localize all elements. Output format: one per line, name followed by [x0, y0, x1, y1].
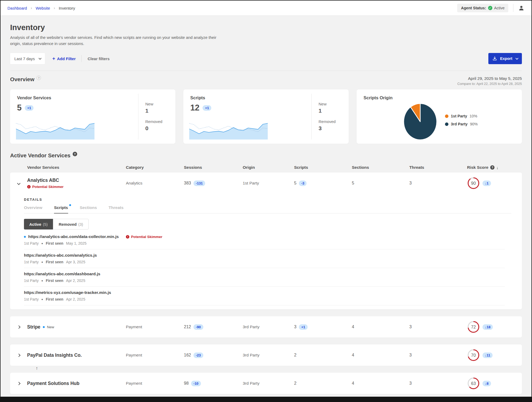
- user-icon[interactable]: [518, 5, 525, 11]
- column-header-origin[interactable]: Origin: [243, 165, 294, 170]
- threats-cell: 3: [409, 381, 467, 386]
- chevron-right-icon[interactable]: [17, 354, 20, 357]
- agent-status-label: Agent Status:: [461, 6, 486, 10]
- sessions-cell: 162-23: [184, 352, 243, 358]
- script-url-line: https://analytics-abc.com/analytics.js: [24, 253, 505, 258]
- agent-status-badge: Agent Status: ✓ Active: [457, 4, 508, 12]
- bullet-icon: ●: [41, 242, 43, 245]
- removed-toggle-count: (3): [78, 222, 83, 227]
- chevron-right-icon[interactable]: [17, 382, 20, 385]
- column-header-risk-score[interactable]: Risk Score?↓: [467, 165, 522, 170]
- category-cell: Payment: [126, 353, 184, 358]
- sessions-cell: 98-10: [184, 381, 243, 386]
- compare-range: April 22, 2025 to April 28, 2025: [476, 82, 522, 86]
- script-url-line: https://analytics-abc.com/data-collector…: [24, 234, 505, 239]
- risk-score-gauge: 90: [467, 177, 480, 190]
- first-seen-date: Apr 2, 2025: [66, 278, 85, 283]
- risk-delta-badge: ↓8: [482, 381, 491, 386]
- script-url: https://analytics-abc.com/analytics.js: [24, 253, 97, 258]
- column-header-sections[interactable]: Sections: [352, 165, 409, 170]
- expand-cell: [10, 326, 27, 328]
- period-compare: Compare to: April 22, 2025 to April 28, …: [457, 82, 522, 86]
- vendor-row-card: StripeNewPayment212-903rd Party3+14372↓1…: [10, 316, 522, 338]
- sections-cell: 4: [352, 325, 409, 329]
- page-description: Analysis of all of the website's vendor …: [10, 35, 218, 47]
- breadcrumb: Dashboard › Website › Inventory: [7, 6, 75, 10]
- vendor-row-payment-solutions-hub[interactable]: Payment Solutions HubPayment98-103rd Par…: [10, 373, 522, 394]
- breadcrumb-dashboard[interactable]: Dashboard: [7, 6, 27, 10]
- breadcrumb-website[interactable]: Website: [36, 6, 50, 10]
- card-title: Scripts: [190, 95, 311, 100]
- sessions-cell: 212-90: [184, 324, 243, 330]
- help-icon[interactable]: ?: [36, 76, 41, 80]
- script-list-item[interactable]: https://metrics-xyz.com/usage-tracker.mi…: [24, 287, 505, 305]
- threats-cell: 3: [409, 353, 467, 358]
- details-heading: DETAILS: [24, 198, 511, 202]
- tab-threats[interactable]: Threats: [109, 205, 123, 213]
- first-seen-label: First seen: [46, 241, 63, 245]
- script-list-item[interactable]: https://analytics-abc.com/data-collector…: [24, 233, 505, 249]
- notification-dot-icon: [69, 204, 71, 206]
- script-meta: 1st Party●First seenApr 2, 2025: [24, 278, 505, 283]
- chevron-down-icon[interactable]: [17, 182, 20, 185]
- expand-cell: [10, 182, 27, 184]
- export-button[interactable]: Export: [488, 53, 522, 64]
- help-icon[interactable]: ?: [73, 152, 77, 156]
- add-filter-button[interactable]: + Add Filter: [52, 56, 76, 61]
- scripts-card-main: Scripts 12 +1: [183, 89, 311, 144]
- scripts-side: New 1 Removed 3: [311, 94, 349, 140]
- script-list-item[interactable]: https://analytics-abc.com/analytics.js1s…: [24, 249, 505, 268]
- legend-label: 1st Party: [451, 114, 467, 118]
- column-header-label: Origin: [243, 165, 255, 170]
- column-header-vendor-services[interactable]: Vendor Services: [27, 165, 126, 170]
- vendor-services-card: Vendor Services 5 +1 New 1 Removed 0: [10, 89, 175, 144]
- bottom-bar: [1, 397, 531, 401]
- period-range: April 29, 2025 to May 5, 2025: [457, 76, 522, 81]
- risk-score-cell: 72↓18: [467, 321, 522, 333]
- scripts-value: 5: [294, 181, 296, 186]
- help-icon[interactable]: ?: [490, 165, 494, 170]
- vendor-row-stripe[interactable]: StripeNewPayment212-903rd Party3+14372↓1…: [10, 316, 522, 338]
- status-toggle: Active(5)Removed(3): [24, 219, 511, 229]
- vendor-row-analytics-abc[interactable]: Analytics ABC!Potential SkimmerAnalytics…: [10, 173, 522, 194]
- active-scripts-toggle[interactable]: Active(5): [24, 219, 53, 229]
- tab-label: Scripts: [54, 205, 68, 210]
- first-seen-date: Apr 2, 2025: [66, 297, 85, 301]
- page-content: Inventory Analysis of all of the website…: [1, 16, 531, 394]
- sort-desc-icon[interactable]: ↓: [496, 165, 498, 170]
- risk-score-gauge: 63: [467, 377, 480, 390]
- first-seen-date: Apr 3, 2025: [66, 260, 85, 264]
- column-header-category[interactable]: Category: [126, 165, 184, 170]
- threats-cell: 3: [409, 325, 467, 329]
- tab-sections[interactable]: Sections: [80, 205, 97, 213]
- origin-cell: 3rd Party: [243, 381, 294, 386]
- vendor-row-paypal-data-insights-co-[interactable]: PayPal Data Insights Co.Payment162-233rd…: [10, 344, 522, 366]
- removed-scripts-toggle[interactable]: Removed(3): [53, 219, 89, 229]
- sessions-delta-badge: -131: [193, 181, 205, 186]
- script-list-item[interactable]: https://analytics-abc.com/data-collector…: [24, 305, 505, 308]
- scripts-value: 2: [294, 381, 296, 386]
- app-screen: Dashboard › Website › Inventory Agent St…: [0, 0, 532, 402]
- tab-scripts[interactable]: Scripts: [54, 205, 68, 214]
- vendor-services-sparkline: [16, 122, 94, 140]
- tab-overview[interactable]: Overview: [24, 205, 42, 213]
- active-toggle-count: (5): [43, 222, 48, 227]
- sessions-delta-badge: -10: [191, 381, 201, 386]
- table-body: Analytics ABC!Potential SkimmerAnalytics…: [10, 173, 522, 394]
- sessions-cell: 383-131: [184, 181, 243, 186]
- column-header-sessions[interactable]: Sessions: [184, 165, 243, 170]
- svg-text:72: 72: [471, 325, 476, 329]
- script-list-item[interactable]: https://analytics-abc.com/dashboard.js1s…: [24, 268, 505, 287]
- overview-cards: Vendor Services 5 +1 New 1 Removed 0: [10, 89, 522, 144]
- column-header-scripts[interactable]: Scripts: [294, 165, 352, 170]
- sessions-delta-badge: -90: [193, 324, 203, 330]
- clear-filters-button[interactable]: Clear filters: [88, 56, 110, 61]
- details-panel: DETAILSOverviewScriptsSectionsThreatsAct…: [24, 194, 511, 309]
- date-range-dropdown[interactable]: Last 7 days: [10, 53, 45, 64]
- vendor-row-card: PayPal Data Insights Co.Payment162-233rd…: [10, 344, 522, 366]
- chevron-right-icon[interactable]: [17, 325, 20, 329]
- column-header-threats[interactable]: Threats: [409, 165, 467, 170]
- sections-cell: 4: [352, 381, 409, 386]
- filter-toolbar: Last 7 days + Add Filter Clear filters E…: [10, 53, 522, 64]
- period-box: April 29, 2025 to May 5, 2025 Compare to…: [457, 76, 522, 86]
